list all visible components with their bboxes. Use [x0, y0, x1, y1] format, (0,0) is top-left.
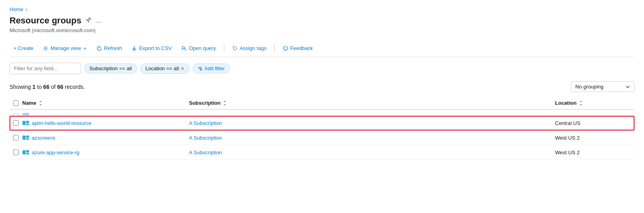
row-2-checkbox[interactable] [13, 135, 19, 140]
row-2-subscription-col: A Subscription [189, 135, 555, 141]
tag-icon [232, 46, 238, 51]
table-header: Name Subscription Location [10, 97, 634, 110]
row-1-resource-icon [22, 119, 29, 127]
feedback-icon [283, 46, 288, 51]
title-row: Resource groups … [10, 15, 634, 26]
toolbar-separator-2 [274, 44, 275, 52]
partial-row-name[interactable]: ... [32, 113, 36, 116]
refresh-button[interactable]: Refresh [93, 43, 126, 54]
svg-point-0 [45, 47, 47, 49]
toolbar: + Create Manage view Refresh Export to C… [10, 40, 634, 57]
page-title: Resource groups [10, 15, 81, 26]
row-3-subscription-col: A Subscription [189, 150, 555, 155]
feedback-label: Feedback [290, 45, 313, 51]
breadcrumb-home[interactable]: Home [10, 6, 23, 12]
svg-point-4 [284, 47, 285, 48]
row-2-name-col: azscreens [22, 134, 189, 141]
subscription-column-label: Subscription [189, 100, 220, 106]
manage-view-label: Manage view [50, 45, 81, 51]
export-csv-button[interactable]: Export to CSV [127, 43, 175, 54]
location-sort-icon [578, 100, 584, 106]
create-button[interactable]: + Create [10, 43, 37, 54]
svg-rect-11 [26, 124, 29, 125]
location-filter-tag[interactable]: Location == all × [140, 63, 189, 74]
partial-table-row: {} ... [10, 110, 634, 116]
svg-point-1 [182, 46, 185, 49]
open-query-button[interactable]: Open query [177, 43, 220, 54]
row-2-subscription-link[interactable]: A Subscription [189, 135, 222, 141]
table-row: azscreens A Subscription West US 2 [10, 130, 634, 145]
row-3-name-col: azure-app-service-rg [22, 149, 189, 156]
grouping-dropdown[interactable]: No grouping [571, 81, 634, 92]
breadcrumb: Home › [10, 6, 634, 12]
chevron-down-icon [83, 46, 87, 50]
row-3-resource-link[interactable]: azure-app-service-rg [32, 150, 79, 155]
assign-tags-label: Assign tags [240, 45, 266, 51]
main-page: Home › Resource groups … Microsoft (micr… [0, 0, 644, 166]
filter-input[interactable] [10, 63, 81, 74]
row-1-name-col: apim-hello-world-resource [22, 119, 189, 127]
svg-point-5 [286, 47, 286, 48]
row-1-location-col: Central US [555, 120, 634, 126]
more-options-icon[interactable]: … [96, 17, 102, 24]
row-3-resource-icon [22, 149, 29, 156]
breadcrumb-separator: › [26, 6, 27, 12]
header-checkbox-col [10, 100, 22, 106]
svg-text:{}: {} [23, 114, 28, 116]
page-subtitle: Microsoft (microsoft.onmicrosoft.com) [10, 27, 634, 33]
svg-rect-14 [26, 138, 29, 140]
subscription-sort-icon [222, 100, 228, 106]
table-body: apim-hello-world-resource A Subscription… [10, 116, 634, 160]
name-sort-icon [38, 100, 43, 106]
location-column-label: Location [555, 100, 577, 106]
name-column-label: Name [22, 100, 36, 106]
table-row: apim-hello-world-resource A Subscription… [10, 116, 634, 130]
refresh-icon [96, 46, 102, 51]
svg-point-2 [233, 47, 234, 48]
row-3-subscription-link[interactable]: A Subscription [189, 150, 222, 155]
svg-rect-17 [26, 153, 29, 154]
row-2-resource-link[interactable]: azscreens [32, 135, 55, 141]
refresh-label: Refresh [104, 45, 122, 51]
row-2-resource-icon [22, 134, 29, 141]
svg-rect-15 [23, 150, 25, 154]
svg-rect-10 [26, 121, 29, 123]
records-count: Showing 1 to 66 of 66 records. [10, 84, 85, 90]
manage-view-button[interactable]: Manage view [39, 43, 91, 54]
row-3-checkbox[interactable] [13, 150, 19, 155]
query-icon [181, 46, 187, 51]
svg-rect-9 [23, 121, 25, 125]
add-filter-label: Add filter [204, 65, 225, 71]
open-query-label: Open query [189, 45, 216, 51]
row-1-checkbox[interactable] [13, 120, 19, 126]
svg-rect-13 [26, 136, 29, 138]
add-filter-icon [198, 66, 202, 71]
svg-rect-12 [23, 136, 25, 140]
subscription-filter-tag[interactable]: Subscription == all [84, 63, 137, 73]
row-1-resource-link[interactable]: apim-hello-world-resource [32, 120, 91, 126]
subscription-filter-label: Subscription == all [89, 65, 132, 71]
row-2-location-col: West US 2 [555, 135, 634, 141]
export-icon [131, 46, 137, 51]
svg-rect-16 [26, 150, 29, 152]
export-csv-label: Export to CSV [139, 45, 172, 51]
row-checkbox-col-2 [10, 135, 22, 140]
row-1-subscription-link[interactable]: A Subscription [189, 120, 222, 126]
location-filter-remove[interactable]: × [181, 65, 184, 72]
pin-icon[interactable] [85, 17, 92, 25]
subscription-column-header[interactable]: Subscription [189, 100, 555, 106]
svg-point-3 [283, 46, 287, 50]
name-column-header[interactable]: Name [22, 100, 189, 106]
feedback-button[interactable]: Feedback [279, 43, 317, 54]
records-row: Showing 1 to 66 of 66 records. No groupi… [10, 78, 634, 97]
select-all-checkbox[interactable] [13, 100, 19, 106]
row-checkbox-col-3 [10, 150, 22, 155]
row-3-location-col: West US 2 [555, 150, 634, 155]
assign-tags-button[interactable]: Assign tags [228, 43, 270, 54]
add-filter-button[interactable]: Add filter [193, 63, 230, 73]
location-filter-label: Location == all [145, 65, 179, 71]
table-row: azure-app-service-rg A Subscription West… [10, 145, 634, 160]
location-column-header[interactable]: Location [555, 100, 634, 106]
gear-icon [43, 46, 48, 51]
partial-row-checkbox[interactable] [13, 113, 19, 116]
